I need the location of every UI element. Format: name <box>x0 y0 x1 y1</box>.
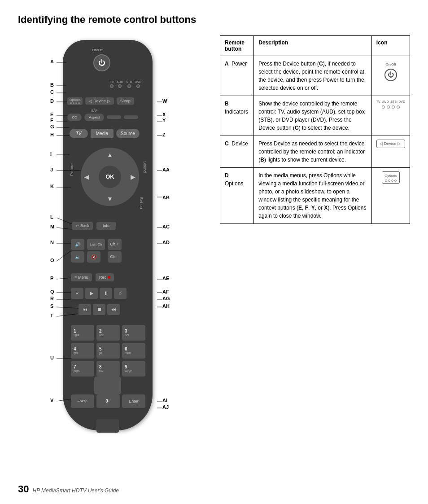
options-dots <box>70 102 80 104</box>
key-7[interactable]: 7pqrs <box>71 361 94 377</box>
play-button[interactable]: ▶ <box>85 288 98 299</box>
nav-left-button[interactable]: ◀ <box>84 173 89 180</box>
setup-label: Set-up <box>139 197 144 209</box>
label-x: X <box>162 112 166 117</box>
options-button[interactable]: Options <box>67 97 83 105</box>
key-6[interactable]: 6mno <box>122 343 145 359</box>
label-j: J <box>50 167 53 172</box>
ch-minus-button[interactable]: Ch – <box>108 251 122 263</box>
enter-label: Enter <box>129 399 139 403</box>
label-k: K <box>50 184 54 189</box>
dvd-label: DVD <box>135 80 141 83</box>
rewind-button[interactable]: « <box>71 288 83 299</box>
info-button[interactable]: Info <box>96 222 116 230</box>
info-table: Remotebutton Description Icon A Power Pr… <box>220 35 410 224</box>
remote-diagram: On/Off ⏻ TV AUD STB <box>18 35 206 462</box>
key-2[interactable]: 2abc <box>96 325 120 341</box>
cc-button[interactable]: CC <box>67 114 82 121</box>
opt-dot-1 <box>70 102 72 104</box>
back-button[interactable]: ↩ Back <box>72 222 93 230</box>
stb-dot <box>127 84 131 88</box>
vol-up-button[interactable]: 🔊 <box>71 239 84 250</box>
key-5[interactable]: 5jkl <box>96 343 120 359</box>
btn-letter-b: B <box>225 101 229 107</box>
lastch-button[interactable]: Last Ch <box>87 239 105 250</box>
stop-button[interactable]: ⏹ <box>93 304 105 315</box>
nav-down-button[interactable]: ▼ <box>107 195 113 202</box>
key-8[interactable]: 8tuv <box>96 361 120 377</box>
enter-button[interactable]: Enter <box>122 394 145 408</box>
chplus-label: Ch + <box>110 242 119 246</box>
zero-button[interactable]: 0 ↵ <box>96 394 120 408</box>
mute-button[interactable]: 🔇 <box>87 251 100 263</box>
ind-dot-3 <box>392 105 395 109</box>
context-f-button[interactable] <box>124 115 138 119</box>
label-ab: AB <box>162 195 170 200</box>
skip-back-icon: ⏮ <box>83 307 87 312</box>
options-box: Options <box>382 171 400 184</box>
label-n: N <box>50 240 54 245</box>
label-aj: AJ <box>162 404 169 410</box>
aspect-btn-label: Aspect <box>89 115 100 119</box>
tv-button[interactable]: TV <box>70 129 88 138</box>
media-button[interactable]: Media <box>91 129 114 138</box>
skip-fwd-button[interactable]: ⏭ <box>107 304 120 315</box>
label-g: G <box>50 124 54 129</box>
device-button[interactable]: ◁ Device ▷ <box>85 97 114 105</box>
lastch-label: Last Ch <box>90 242 102 246</box>
nav-up-button[interactable]: ▲ <box>107 151 113 158</box>
col-remote-button: Remotebutton <box>220 35 254 56</box>
label-aa: AA <box>162 167 170 172</box>
key-9[interactable]: 9wxyz <box>122 361 145 377</box>
pause-button[interactable]: ⏸ <box>100 288 112 299</box>
back-btn-label: Back <box>80 224 89 228</box>
tv-btn-label: TV <box>76 131 82 136</box>
zero-alpha: ↵ <box>108 399 111 403</box>
source-button[interactable]: Source <box>116 129 140 138</box>
nav-cluster: OK ▲ ▼ ◀ ▶ <box>81 148 139 206</box>
context-e-button[interactable] <box>107 115 121 119</box>
indicators-labels: TV AUD STB DVD <box>376 100 405 105</box>
label-o: O <box>50 258 54 263</box>
dvd-indicator: DVD <box>135 80 141 88</box>
indicators-dots <box>382 105 400 109</box>
vol-up-icon: 🔊 <box>75 242 80 247</box>
ind-aud: AUD <box>382 100 389 105</box>
ir-emitter <box>96 419 119 433</box>
aspect-button[interactable]: Aspect <box>84 114 104 121</box>
col-description: Description <box>254 35 372 56</box>
pause-icon: ⏸ <box>104 290 109 296</box>
sleep-button[interactable]: Sleep <box>117 97 134 105</box>
menu-button[interactable]: ≡ Menu <box>71 273 92 281</box>
label-v: V <box>50 398 53 403</box>
key-4[interactable]: 4ghi <box>71 343 94 359</box>
desc-cell-options: In the media menus, press Options while … <box>254 167 372 224</box>
mute-lastch-group: Last Ch 🔇 <box>87 239 105 263</box>
skip-row: ⏮ ⏹ ⏭ <box>79 304 120 315</box>
label-y: Y <box>162 118 166 123</box>
key-3[interactable]: 3def <box>122 325 145 341</box>
ok-button[interactable]: OK <box>99 166 121 188</box>
label-ai: AI <box>162 398 167 403</box>
icon-cell-device: ◁ Device ▷ <box>371 136 410 167</box>
power-button[interactable]: ⏻ <box>93 54 110 71</box>
power-circle-icon: ⏻ <box>384 69 397 81</box>
sap-label: SAP <box>91 109 97 112</box>
aud-label: AUD <box>117 80 123 83</box>
nav-right-button[interactable]: ▶ <box>131 173 135 180</box>
rec-button[interactable]: Rec <box>96 273 114 281</box>
vol-down-button[interactable]: 🔉 <box>71 251 84 263</box>
ch-plus-button[interactable]: Ch + <box>108 239 122 250</box>
label-f: F <box>50 118 53 123</box>
ind-dot-4 <box>397 105 400 109</box>
table-row: C Device Press Device as needed to selec… <box>220 136 410 167</box>
rewind-icon: « <box>76 290 79 296</box>
key-1[interactable]: 1!@# <box>71 325 94 341</box>
ff-button[interactable]: » <box>114 288 127 299</box>
dvd-dot <box>136 84 140 88</box>
label-s: S <box>50 303 53 309</box>
device-text: Device <box>384 141 397 147</box>
backspace-button[interactable]: –bksp <box>71 394 94 408</box>
desc-cell-device: Press Device as needed to select the dev… <box>254 136 372 167</box>
skip-back-button[interactable]: ⏮ <box>79 304 91 315</box>
